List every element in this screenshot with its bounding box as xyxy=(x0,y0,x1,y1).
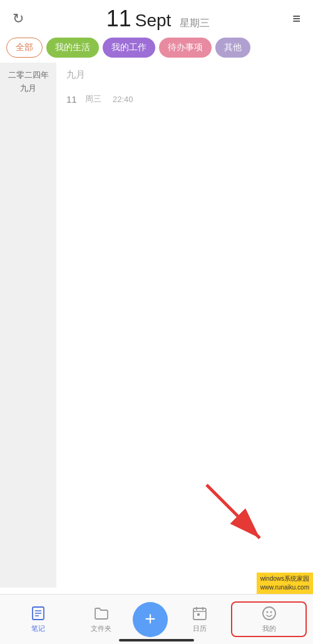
header-date: 11 Sept 星期三 xyxy=(106,6,210,32)
header: ↻ 11 Sept 星期三 ≡ xyxy=(0,0,313,38)
sidebar-year-month: 二零二四年 九月 xyxy=(8,69,49,95)
svg-point-13 xyxy=(270,611,272,613)
tab-life[interactable]: 我的生活 xyxy=(46,38,99,58)
folder-icon xyxy=(93,605,110,621)
content-area: 九月 11 周三 22:40 xyxy=(56,63,313,588)
sidebar-year: 二零二四年 xyxy=(8,70,49,80)
nav-item-notes[interactable]: 笔记 xyxy=(6,605,69,633)
day-number: 11 xyxy=(66,94,79,105)
tab-todo[interactable]: 待办事项 xyxy=(159,38,212,58)
date-number: 11 xyxy=(106,6,131,32)
my-icon xyxy=(261,605,277,621)
watermark-line2: www.runaiku.com xyxy=(260,584,309,591)
nav-label-calendar: 日历 xyxy=(193,624,207,633)
nav-add-button[interactable]: + xyxy=(133,602,168,637)
day-row: 11 周三 22:40 xyxy=(56,85,313,113)
refresh-icon[interactable]: ↻ xyxy=(13,11,24,27)
main-content: 二零二四年 九月 九月 11 周三 22:40 xyxy=(0,63,313,588)
sidebar-month: 九月 xyxy=(20,83,36,93)
day-name: 周三 xyxy=(85,93,101,105)
nav-item-my[interactable]: 我的 xyxy=(231,601,307,637)
day-time: 22:40 xyxy=(113,95,133,104)
svg-point-11 xyxy=(263,607,275,620)
date-month: Sept xyxy=(135,11,172,31)
nav-label-notes: 笔记 xyxy=(31,624,45,633)
nav-label-folder: 文件夹 xyxy=(91,624,111,633)
nav-item-calendar[interactable]: 日历 xyxy=(168,605,231,633)
home-indicator xyxy=(119,639,194,641)
nav-label-my: 我的 xyxy=(262,624,276,633)
bottom-navigation: 笔记 文件夹 + 日历 我的 xyxy=(0,594,313,644)
sidebar: 二零二四年 九月 xyxy=(0,63,56,588)
tab-work[interactable]: 我的工作 xyxy=(103,38,155,58)
svg-rect-10 xyxy=(197,613,200,616)
nav-item-folder[interactable]: 文件夹 xyxy=(69,605,133,633)
weekday-label: 星期三 xyxy=(180,17,210,30)
month-label: 九月 xyxy=(56,63,313,85)
tab-other[interactable]: 其他 xyxy=(215,38,250,58)
add-plus-icon: + xyxy=(145,610,156,628)
notes-icon xyxy=(30,605,46,621)
category-tabs: 全部 我的生活 我的工作 待办事项 其他 xyxy=(0,38,313,63)
tab-all[interactable]: 全部 xyxy=(6,38,43,58)
watermark: windows系统家园 www.runaiku.com xyxy=(257,573,313,594)
menu-icon[interactable]: ≡ xyxy=(292,12,300,26)
svg-point-12 xyxy=(266,611,268,613)
watermark-line1: windows系统家园 xyxy=(260,575,309,582)
calendar-icon xyxy=(192,605,208,621)
